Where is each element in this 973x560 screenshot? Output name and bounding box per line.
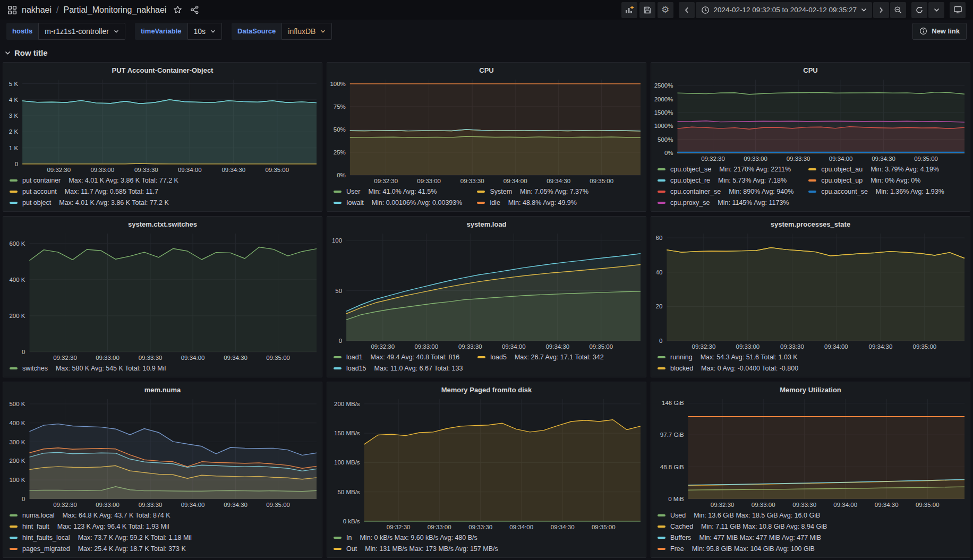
kiosk-mode-button[interactable]: [950, 2, 966, 18]
chevron-down-icon: [934, 8, 940, 12]
legend-item: put objectMax: 4.01 K Avg: 3.86 K Total:…: [10, 197, 320, 208]
row-header[interactable]: Row title: [0, 42, 973, 62]
panel-title[interactable]: system.ctxt.switches: [3, 217, 322, 229]
time-range-picker[interactable]: 2024-02-12 09:32:05 to 2024-02-12 09:35:…: [696, 2, 872, 18]
refresh-button[interactable]: [911, 2, 927, 18]
legend-series-name[interactable]: put container: [22, 177, 61, 184]
legend-series-name[interactable]: hint_faults_local: [22, 534, 70, 541]
legend-series-name[interactable]: put object: [22, 199, 51, 206]
x-axis-tick-label: 09:34:30: [221, 167, 245, 173]
legend-series-name[interactable]: cpu.object_se: [670, 166, 711, 173]
panel-system-ctxt-switches: system.ctxt.switches0200 K400 K600 K09:3…: [3, 216, 322, 377]
chart[interactable]: 020406009:32:3009:33:0009:33:3009:34:000…: [651, 229, 970, 351]
panel-system-load: system.load05010009:32:3009:33:0009:33:3…: [327, 216, 646, 377]
chart[interactable]: 0100 K200 K300 K400 K500 K09:32:3009:33:…: [3, 395, 322, 510]
legend-swatch: [658, 356, 665, 358]
legend-series-name[interactable]: switches: [22, 365, 48, 372]
y-axis-tick-label: 200 MB/s: [334, 401, 360, 407]
chart[interactable]: 0200 K400 K600 K09:32:3009:33:0009:33:30…: [3, 229, 322, 363]
add-panel-icon: [625, 5, 634, 15]
legend-series-name[interactable]: pages_migrated: [22, 545, 70, 553]
variable-value-dropdown[interactable]: 10s: [187, 23, 223, 40]
legend-series-name[interactable]: blocked: [670, 365, 693, 372]
legend-item: pages_migratedMax: 25.4 K Avg: 18.7 K To…: [10, 543, 320, 554]
legend-series-stats: Min: 7.05% Avg: 7.37%: [520, 188, 588, 195]
panel-title[interactable]: Memory Paged from/to disk: [327, 382, 646, 395]
chart[interactable]: 01 K2 K3 K4 K5 K09:32:3009:33:0009:33:30…: [3, 75, 322, 175]
legend-series-name[interactable]: cpu.container_se: [670, 188, 721, 195]
legend-series-name[interactable]: Cached: [670, 523, 693, 530]
variable-value-dropdown[interactable]: m-r1z1s1-controller: [38, 23, 125, 40]
legend-item: OutMin: 131 MB/s Max: 173 MB/s Avg: 157 …: [334, 543, 644, 554]
apps-grid-icon[interactable]: [7, 5, 17, 15]
legend-series-name[interactable]: Iowait: [346, 199, 364, 206]
legend-series-name[interactable]: cpu.object_re: [670, 177, 710, 184]
panel-title[interactable]: mem.numa: [3, 382, 322, 395]
chart-svg: 0 MiB48.8 GiB97.7 GiB146 GiB09:32:3009:3…: [651, 395, 970, 510]
legend-series-name[interactable]: In: [346, 534, 352, 541]
panel-title[interactable]: CPU: [651, 63, 970, 75]
legend-series-stats: Min: 48.8% Avg: 49.9%: [508, 199, 577, 206]
x-axis-tick-label: 09:32:30: [692, 343, 716, 350]
panel-title[interactable]: PUT Account-Container-Object: [3, 63, 322, 75]
refresh-interval-dropdown[interactable]: [928, 2, 944, 18]
legend-swatch: [10, 525, 18, 528]
legend-series-name[interactable]: numa.local: [22, 512, 54, 519]
chart[interactable]: 05010009:32:3009:33:0009:33:3009:34:0009…: [327, 229, 646, 351]
legend-series-name[interactable]: User: [346, 188, 360, 195]
panel-title[interactable]: system.load: [327, 217, 646, 229]
legend-series-name[interactable]: Free: [670, 545, 684, 553]
variable-DataSource: DataSourceinfluxDB: [232, 23, 332, 40]
chart[interactable]: 0%500%1000%1500%2000%2500%09:32:3009:33:…: [651, 75, 970, 163]
legend-item: cpu.object_seMin: 2170% Avg: 2211%: [658, 163, 793, 175]
breadcrumb-page[interactable]: Partial_Monitoring_nakhaei: [64, 5, 167, 15]
legend: load1Max: 49.4 Avg: 40.8 Total: 816load5…: [327, 351, 646, 377]
variable-value-text: m-r1z1s1-controller: [45, 27, 109, 36]
legend-series-name[interactable]: load5: [490, 354, 507, 361]
legend-series-name[interactable]: hint_fault: [22, 523, 49, 530]
zoom-out-button[interactable]: [890, 2, 906, 18]
share-icon[interactable]: [190, 5, 199, 14]
legend-series-name[interactable]: load1: [346, 354, 363, 361]
x-axis-tick-label: 09:34:30: [551, 524, 575, 530]
variable-value-dropdown[interactable]: influxDB: [281, 23, 332, 40]
legend-series-name[interactable]: Out: [346, 545, 357, 553]
legend-series-stats: Min: 890% Avg: 940%: [729, 188, 793, 195]
y-axis-tick-label: 300 K: [9, 439, 25, 445]
legend-series-name[interactable]: System: [490, 188, 512, 195]
chart[interactable]: 0 MiB48.8 GiB97.7 GiB146 GiB09:32:3009:3…: [651, 395, 970, 510]
legend-series-name[interactable]: cpu.proxy_se: [670, 199, 710, 206]
star-icon[interactable]: [173, 5, 182, 14]
legend-series-name[interactable]: put account: [22, 188, 57, 195]
new-link-button[interactable]: New link: [912, 23, 967, 40]
chart-svg: 020406009:32:3009:33:0009:33:3009:34:000…: [651, 229, 970, 351]
panel-title[interactable]: system.processes_state: [651, 217, 970, 229]
legend-series-name[interactable]: Used: [670, 512, 686, 519]
y-axis-tick-label: 100: [332, 237, 342, 244]
panel-title[interactable]: CPU: [327, 63, 646, 75]
chart[interactable]: 0%25%50%75%100%09:32:3009:33:0009:33:300…: [327, 75, 646, 186]
legend-series-name[interactable]: cpu.object_up: [821, 177, 863, 184]
x-axis-tick-label: 09:33:30: [780, 343, 804, 350]
legend-item: cpu.proxy_seMin: 1145% Avg: 1173%: [658, 197, 793, 208]
breadcrumb-dashboard[interactable]: nakhaei: [22, 5, 52, 15]
legend-series-name[interactable]: running: [670, 354, 693, 361]
legend-series-name[interactable]: cpu.account_se: [821, 188, 868, 195]
legend-series-name[interactable]: Buffers: [670, 534, 691, 541]
x-axis-tick-label: 09:34:30: [875, 502, 899, 508]
legend-swatch: [808, 191, 816, 193]
chart[interactable]: 0 kB/s50 MB/s100 MB/s150 MB/s200 MB/s09:…: [327, 395, 646, 532]
legend-series-name[interactable]: load15: [346, 365, 366, 372]
time-shift-back-button[interactable]: [679, 2, 695, 18]
dashboard-settings-button[interactable]: ⚙: [658, 2, 673, 18]
panel-title[interactable]: Memory Utilization: [651, 382, 970, 395]
legend-series-stats: Max: 4.01 K Avg: 3.86 K Total: 77.2 K: [59, 199, 169, 206]
time-shift-forward-button[interactable]: [873, 2, 889, 18]
legend-swatch: [10, 191, 18, 193]
legend-series-name[interactable]: idle: [490, 199, 500, 206]
add-panel-button[interactable]: [621, 2, 637, 18]
save-dashboard-button[interactable]: [639, 2, 655, 18]
legend-item: cpu.account_seMin: 1.36% Avg: 1.93%: [808, 186, 944, 197]
legend-item: cpu.container_seMin: 890% Avg: 940%: [658, 186, 793, 197]
legend-series-name[interactable]: cpu.object_au: [821, 166, 863, 173]
